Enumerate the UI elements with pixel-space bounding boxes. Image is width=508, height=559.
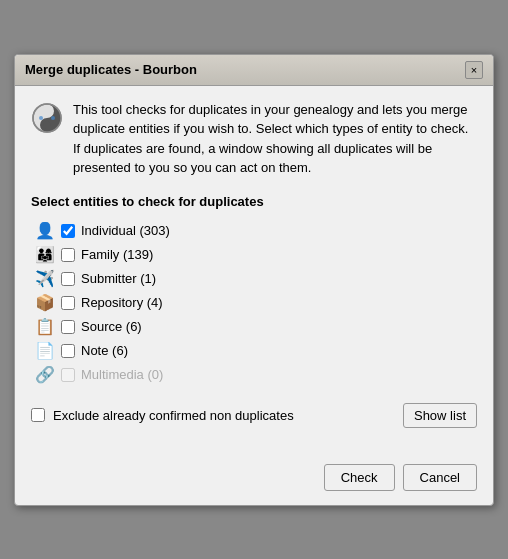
entity-row-family: 👨‍👩‍👧 Family (139)	[35, 243, 477, 267]
info-row: This tool checks for duplicates in your …	[31, 100, 477, 178]
section-label: Select entities to check for duplicates	[31, 194, 477, 209]
info-icon	[31, 102, 63, 134]
repository-checkbox[interactable]	[61, 296, 75, 310]
dialog-title: Merge duplicates - Bourbon	[25, 62, 197, 77]
submitter-checkbox[interactable]	[61, 272, 75, 286]
entity-row-submitter: ✈️ Submitter (1)	[35, 267, 477, 291]
merge-duplicates-dialog: Merge duplicates - Bourbon × T	[14, 54, 494, 506]
individual-label: Individual (303)	[81, 223, 170, 238]
repository-icon: 📦	[35, 293, 55, 313]
title-bar: Merge duplicates - Bourbon ×	[15, 55, 493, 86]
dialog-footer: Check Cancel	[15, 456, 493, 505]
svg-point-5	[51, 116, 55, 120]
close-button[interactable]: ×	[465, 61, 483, 79]
exclude-row: Exclude already confirmed non duplicates…	[31, 403, 477, 428]
note-label: Note (6)	[81, 343, 128, 358]
individual-checkbox[interactable]	[61, 224, 75, 238]
source-icon: 📋	[35, 317, 55, 337]
source-label: Source (6)	[81, 319, 142, 334]
family-icon: 👨‍👩‍👧	[35, 245, 55, 265]
family-label: Family (139)	[81, 247, 153, 262]
entity-row-note: 📄 Note (6)	[35, 339, 477, 363]
multimedia-icon: 🔗	[35, 365, 55, 385]
cancel-button[interactable]: Cancel	[403, 464, 477, 491]
svg-point-1	[44, 107, 51, 114]
submitter-icon: ✈️	[35, 269, 55, 289]
exclude-label: Exclude already confirmed non duplicates	[53, 408, 395, 423]
show-list-button[interactable]: Show list	[403, 403, 477, 428]
note-icon: 📄	[35, 341, 55, 361]
entity-list: 👤 Individual (303) 👨‍👩‍👧 Family (139) ✈️…	[35, 219, 477, 387]
repository-label: Repository (4)	[81, 295, 163, 310]
svg-point-2	[44, 121, 51, 128]
family-checkbox[interactable]	[61, 248, 75, 262]
entity-row-multimedia: 🔗 Multimedia (0)	[35, 363, 477, 387]
dialog-body: This tool checks for duplicates in your …	[15, 86, 493, 456]
entity-row-repository: 📦 Repository (4)	[35, 291, 477, 315]
svg-point-4	[39, 116, 43, 120]
multimedia-checkbox[interactable]	[61, 368, 75, 382]
note-checkbox[interactable]	[61, 344, 75, 358]
entity-row-source: 📋 Source (6)	[35, 315, 477, 339]
multimedia-label: Multimedia (0)	[81, 367, 163, 382]
check-button[interactable]: Check	[324, 464, 395, 491]
submitter-label: Submitter (1)	[81, 271, 156, 286]
info-text: This tool checks for duplicates in your …	[73, 100, 477, 178]
exclude-checkbox[interactable]	[31, 408, 45, 422]
entity-row-individual: 👤 Individual (303)	[35, 219, 477, 243]
yin-yang-icon	[31, 102, 63, 134]
individual-icon: 👤	[35, 221, 55, 241]
source-checkbox[interactable]	[61, 320, 75, 334]
